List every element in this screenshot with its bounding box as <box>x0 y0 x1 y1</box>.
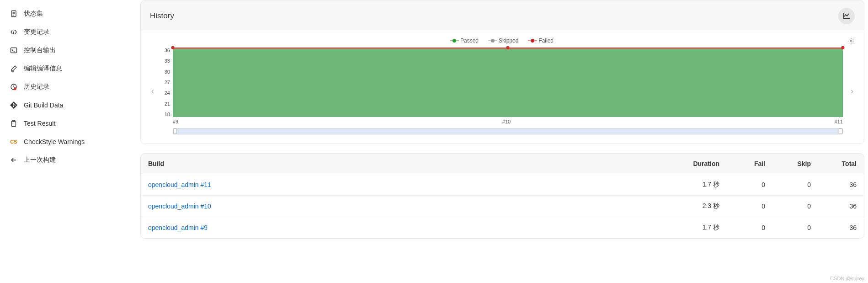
chart-inner: 36 33 30 27 24 21 18 #9 <box>162 48 843 134</box>
code-icon <box>9 27 18 37</box>
x-axis: #9 #10 #11 <box>173 117 843 124</box>
sidebar-item-status[interactable]: 状态集 <box>0 5 140 23</box>
cell-fail: 0 <box>727 217 772 239</box>
col-total[interactable]: Total <box>818 154 864 174</box>
line-chart-icon <box>842 12 851 20</box>
cell-duration: 1.7 秒 <box>663 217 727 239</box>
failed-point <box>171 46 175 49</box>
sidebar-item-label: Test Result <box>24 120 55 127</box>
svg-point-8 <box>14 87 16 90</box>
legend-dot-failed <box>529 39 536 43</box>
col-build[interactable]: Build <box>141 154 663 174</box>
chart-range-slider[interactable] <box>173 128 843 134</box>
legend-item-failed[interactable]: Failed <box>529 37 554 44</box>
sidebar-item-prev-build[interactable]: 上一次构建 <box>0 151 140 169</box>
cell-duration: 2.3 秒 <box>663 196 727 217</box>
failed-point <box>506 46 510 49</box>
chart-plot[interactable] <box>173 48 843 117</box>
cell-skip: 0 <box>772 196 818 217</box>
sidebar-item-git[interactable]: Git Build Data <box>0 96 140 114</box>
legend-dot-skipped <box>490 39 496 43</box>
cell-total: 36 <box>818 217 864 239</box>
sidebar-item-label: 状态集 <box>24 10 43 18</box>
sidebar: 状态集 变更记录 控制台输出 编辑编译信息 历史记录 Git Build Dat… <box>0 0 140 283</box>
sidebar-item-changes[interactable]: 变更记录 <box>0 23 140 41</box>
chart-next-button[interactable]: › <box>847 48 857 134</box>
sidebar-item-test-result[interactable]: Test Result <box>0 114 140 133</box>
legend-dot-passed <box>451 39 458 43</box>
watermark: CSDN @sujrex <box>830 276 864 281</box>
table-header-row: Build Duration Fail Skip Total <box>141 154 864 174</box>
svg-point-17 <box>850 40 852 42</box>
range-handle-right[interactable] <box>839 128 842 134</box>
chart-prev-button[interactable]: ‹ <box>148 48 157 134</box>
sidebar-item-label: 上一次构建 <box>24 156 56 164</box>
sidebar-item-label: CheckStyle Warnings <box>24 138 85 145</box>
panel-title: History <box>150 11 174 21</box>
y-axis: 36 33 30 27 24 21 18 <box>162 48 173 117</box>
build-link[interactable]: opencloud_admin #9 <box>148 224 208 231</box>
col-fail[interactable]: Fail <box>727 154 772 174</box>
gear-icon <box>847 37 855 45</box>
cell-duration: 1.7 秒 <box>663 174 727 196</box>
legend-item-skipped[interactable]: Skipped <box>490 37 518 44</box>
chart-settings-button[interactable] <box>847 37 855 46</box>
cell-total: 36 <box>818 174 864 196</box>
passed-area <box>173 48 843 117</box>
cell-total: 36 <box>818 196 864 217</box>
clipboard-icon <box>9 119 18 128</box>
chart-area: Passed Skipped Failed ‹ 36 33 30 27 <box>141 30 864 144</box>
cell-skip: 0 <box>772 174 818 196</box>
history-panel: History Passed Skipped Failed ‹ 36 <box>140 0 864 144</box>
chart-body: ‹ 36 33 30 27 24 21 18 <box>148 48 857 134</box>
table-row: opencloud_admin #102.3 秒0036 <box>141 196 864 217</box>
legend-item-passed[interactable]: Passed <box>451 37 479 44</box>
cell-skip: 0 <box>772 217 818 239</box>
sidebar-item-edit-build[interactable]: 编辑编译信息 <box>0 59 140 78</box>
svg-rect-5 <box>11 48 17 53</box>
range-handle-left[interactable] <box>173 128 177 134</box>
failed-point <box>841 46 845 49</box>
cell-build: opencloud_admin #10 <box>141 196 663 217</box>
history-icon <box>9 82 18 91</box>
col-duration[interactable]: Duration <box>663 154 727 174</box>
cell-build: opencloud_admin #11 <box>141 174 663 196</box>
main: History Passed Skipped Failed ‹ 36 <box>140 0 868 283</box>
chart-legend: Passed Skipped Failed <box>148 37 857 44</box>
sidebar-item-label: 变更记录 <box>24 28 49 36</box>
edit-icon <box>9 64 18 73</box>
cell-fail: 0 <box>727 196 772 217</box>
sidebar-item-history[interactable]: 历史记录 <box>0 78 140 96</box>
back-icon <box>9 155 18 165</box>
table-row: opencloud_admin #91.7 秒0036 <box>141 217 864 239</box>
panel-header: History <box>141 0 864 30</box>
sidebar-item-label: 历史记录 <box>24 83 49 91</box>
terminal-icon <box>9 46 18 55</box>
chart-toggle-button[interactable] <box>838 8 855 24</box>
build-link[interactable]: opencloud_admin #11 <box>148 181 211 188</box>
sidebar-item-label: Git Build Data <box>24 101 63 109</box>
svg-line-4 <box>13 30 14 34</box>
git-icon <box>9 101 18 110</box>
sidebar-item-label: 编辑编译信息 <box>24 64 62 73</box>
build-table-panel: Build Duration Fail Skip Total opencloud… <box>140 153 864 239</box>
cell-fail: 0 <box>727 174 772 196</box>
build-link[interactable]: opencloud_admin #10 <box>148 203 211 210</box>
sidebar-item-label: 控制台输出 <box>24 46 56 54</box>
table-row: opencloud_admin #111.7 秒0036 <box>141 174 864 196</box>
sidebar-item-checkstyle[interactable]: CS CheckStyle Warnings <box>0 133 140 151</box>
sidebar-item-console[interactable]: 控制台输出 <box>0 41 140 59</box>
cell-build: opencloud_admin #9 <box>141 217 663 239</box>
col-skip[interactable]: Skip <box>772 154 818 174</box>
cs-icon: CS <box>9 137 18 146</box>
build-table: Build Duration Fail Skip Total opencloud… <box>141 154 864 238</box>
file-icon <box>9 9 18 18</box>
